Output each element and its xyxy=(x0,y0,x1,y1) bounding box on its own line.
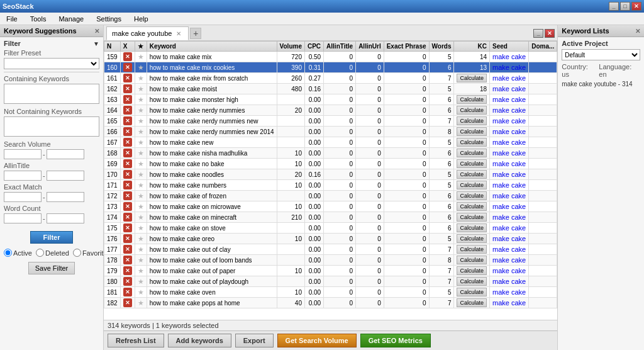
get-volume-button[interactable]: Get Search Volume xyxy=(277,334,357,347)
delete-row-button[interactable]: ✕ xyxy=(123,213,132,222)
table-row[interactable]: 163 ✕ ★ how to make cake monster high 0.… xyxy=(104,94,557,105)
tab-close-icon[interactable]: ✕ xyxy=(174,29,183,38)
radio-deleted[interactable] xyxy=(36,249,44,257)
calculate-button[interactable]: Calculate xyxy=(457,127,487,136)
delete-row-button[interactable]: ✕ xyxy=(123,277,132,286)
col-header-allin-url[interactable]: AllinUrl xyxy=(356,42,384,52)
star-icon[interactable]: ★ xyxy=(138,74,144,82)
calculate-button[interactable]: Calculate xyxy=(457,181,487,189)
table-row[interactable]: 175 ✕ ★ how to make cake on stove 0.00 0… xyxy=(104,223,557,234)
left-panel-close[interactable]: ✕ xyxy=(94,28,99,35)
star-icon[interactable]: ★ xyxy=(138,53,144,60)
active-project-select[interactable]: Default xyxy=(562,49,640,60)
delete-row-button[interactable]: ✕ xyxy=(123,63,132,72)
refresh-list-button[interactable]: Refresh List xyxy=(108,334,164,347)
table-row[interactable]: 166 ✕ ★ how to make cake nerdy nummies n… xyxy=(104,127,557,137)
calculate-button[interactable]: Calculate xyxy=(457,95,487,104)
delete-row-button[interactable]: ✕ xyxy=(123,245,132,254)
col-header-seed[interactable]: Seed xyxy=(490,42,529,52)
calculate-button[interactable]: Calculate xyxy=(457,256,487,264)
delete-row-button[interactable]: ✕ xyxy=(123,223,132,232)
calculate-button[interactable]: Calculate xyxy=(457,266,487,275)
menu-settings[interactable]: Settings xyxy=(92,14,125,24)
panel-minimize-icon[interactable]: _ xyxy=(533,29,543,38)
star-icon[interactable]: ★ xyxy=(138,96,144,103)
word-count-max[interactable] xyxy=(47,213,84,223)
table-row[interactable]: 177 ✕ ★ how to make cake out of clay 0.0… xyxy=(104,244,557,255)
table-row[interactable]: 168 ✕ ★ how to make cake nisha madhulika… xyxy=(104,148,557,159)
table-row[interactable]: 169 ✕ ★ how to make cake no bake 10 0.00… xyxy=(104,159,557,169)
delete-row-button[interactable]: ✕ xyxy=(123,127,132,136)
star-icon[interactable]: ★ xyxy=(138,192,144,200)
delete-row-button[interactable]: ✕ xyxy=(123,191,132,200)
calculate-button[interactable]: Calculate xyxy=(457,213,487,222)
containing-input[interactable] xyxy=(4,84,99,104)
star-icon[interactable]: ★ xyxy=(138,149,144,157)
star-icon[interactable]: ★ xyxy=(138,246,144,253)
table-row[interactable]: 179 ✕ ★ how to make cake out of paper 10… xyxy=(104,266,557,276)
filter-button[interactable]: Filter xyxy=(30,231,74,244)
table-row[interactable]: 159 ✕ ★ how to make cake mix 720 0.50 0 … xyxy=(104,52,557,62)
col-header-kc[interactable]: KC xyxy=(454,42,490,52)
calculate-button[interactable]: Calculate xyxy=(457,138,487,147)
star-icon[interactable]: ★ xyxy=(138,106,144,114)
table-row[interactable]: 161 ✕ ★ how to make cake mix from scratc… xyxy=(104,73,557,84)
col-header-cpc[interactable]: CPC xyxy=(304,42,323,52)
delete-row-button[interactable]: ✕ xyxy=(123,74,132,82)
delete-row-button[interactable]: ✕ xyxy=(123,116,132,125)
menu-manage[interactable]: Manage xyxy=(55,14,87,24)
col-header-keyword[interactable]: Keyword xyxy=(147,42,277,52)
star-icon[interactable]: ★ xyxy=(138,299,144,307)
get-metrics-button[interactable]: Get SEO Metrics xyxy=(360,334,431,347)
table-row[interactable]: 165 ✕ ★ how to make cake nerdy nummies n… xyxy=(104,116,557,127)
calculate-button[interactable]: Calculate xyxy=(457,106,487,115)
keyword-list-entry[interactable]: make cake youtube - 314 xyxy=(562,81,640,88)
table-row[interactable]: 180 ✕ ★ how to make cake out of playdoug… xyxy=(104,276,557,287)
allin-title-min[interactable] xyxy=(4,171,42,181)
search-volume-max[interactable] xyxy=(47,149,84,159)
menu-tools[interactable]: Tools xyxy=(26,14,50,24)
delete-row-button[interactable]: ✕ xyxy=(123,256,132,264)
allin-title-max[interactable] xyxy=(47,171,84,181)
tab-main[interactable]: make cake youtube ✕ xyxy=(106,26,189,40)
star-icon[interactable]: ★ xyxy=(138,235,144,242)
star-icon[interactable]: ★ xyxy=(138,64,144,71)
col-header-x[interactable]: X xyxy=(120,42,135,52)
delete-row-button[interactable]: ✕ xyxy=(123,149,132,157)
right-panel-close[interactable]: ✕ xyxy=(635,28,640,35)
table-row[interactable]: 176 ✕ ★ how to make cake oreo 10 0.00 0 … xyxy=(104,234,557,244)
delete-row-button[interactable]: ✕ xyxy=(123,170,132,179)
delete-row-button[interactable]: ✕ xyxy=(123,298,132,307)
filter-preset-select[interactable] xyxy=(4,58,99,69)
delete-row-button[interactable]: ✕ xyxy=(123,266,132,275)
delete-row-button[interactable]: ✕ xyxy=(123,181,132,189)
calculate-button[interactable]: Calculate xyxy=(457,202,487,211)
calculate-button[interactable]: Calculate xyxy=(457,159,487,168)
col-header-star[interactable]: ★ xyxy=(135,42,147,52)
star-icon[interactable]: ★ xyxy=(138,128,144,135)
radio-favorite[interactable] xyxy=(73,249,81,257)
col-header-volume[interactable]: Volume xyxy=(277,42,304,52)
radio-active[interactable] xyxy=(4,249,12,257)
minimize-button[interactable]: _ xyxy=(609,2,619,11)
star-icon[interactable]: ★ xyxy=(138,117,144,125)
col-header-words[interactable]: Words xyxy=(429,42,454,52)
maximize-button[interactable]: □ xyxy=(620,2,630,11)
star-icon[interactable]: ★ xyxy=(138,256,144,264)
calculate-button[interactable]: Calculate xyxy=(457,170,487,179)
exact-match-min[interactable] xyxy=(4,192,42,202)
table-row[interactable]: 171 ✕ ★ how to make cake numbers 10 0.00… xyxy=(104,180,557,191)
col-header-domain[interactable]: Doma... xyxy=(529,42,557,52)
save-filter-button[interactable]: Save Filter xyxy=(28,262,75,274)
table-row[interactable]: 172 ✕ ★ how to make cake of frozen 0.00 … xyxy=(104,191,557,201)
calculate-button[interactable]: Calculate xyxy=(457,234,487,243)
col-header-allin-title[interactable]: AllinTitle xyxy=(324,42,356,52)
delete-row-button[interactable]: ✕ xyxy=(123,288,132,296)
menu-file[interactable]: File xyxy=(3,14,21,24)
star-icon[interactable]: ★ xyxy=(138,138,144,146)
tab-add-button[interactable]: + xyxy=(190,28,201,39)
not-containing-input[interactable] xyxy=(4,116,99,137)
export-button[interactable]: Export xyxy=(235,334,274,347)
calculate-button[interactable]: Calculate xyxy=(457,223,487,232)
col-header-exact-phrase[interactable]: Exact Phrase xyxy=(384,42,429,52)
